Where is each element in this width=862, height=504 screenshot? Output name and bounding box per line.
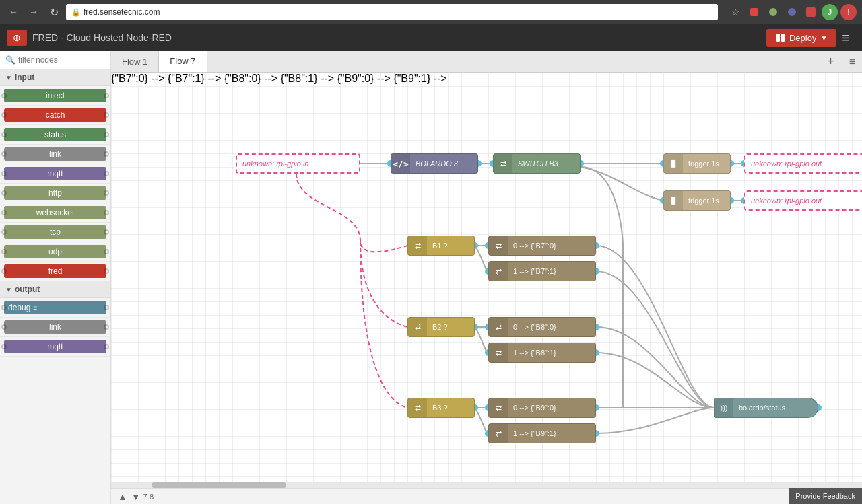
filter-nodes-input[interactable] — [18, 55, 111, 65]
zoom-level: 7.8 — [143, 493, 154, 501]
b2-0-icon: ⇄ — [489, 318, 508, 336]
zoom-out-button[interactable]: ▲ — [117, 491, 129, 502]
deploy-label: Deploy — [789, 33, 816, 43]
tab-flow1[interactable]: Flow 1 — [111, 51, 159, 72]
node-b3-0[interactable]: ⇄ 0 --> {"B9":0} — [488, 398, 596, 418]
node-rpi-gpio-out-2[interactable]: unknown: rpi-gpio out — [744, 190, 862, 211]
node-inject-label: inject — [4, 89, 106, 102]
node-handle-right — [104, 132, 109, 137]
reload-button[interactable]: ↻ — [46, 4, 62, 20]
node-catch[interactable]: catch — [0, 106, 110, 125]
url-text: fred.sensetecnic.com — [84, 7, 160, 17]
node-link-out[interactable]: link — [0, 318, 110, 337]
bolardo3-icon: </> — [391, 154, 410, 173]
node-b3-1-label: 1 --> {"B9":1} — [508, 429, 562, 437]
node-fred-in[interactable]: fred — [0, 262, 110, 281]
output-chevron-icon: ▼ — [5, 286, 12, 293]
star-button[interactable]: ☆ — [727, 4, 743, 20]
node-udp-in[interactable]: udp — [0, 242, 110, 262]
deploy-button[interactable]: Deploy ▼ — [766, 29, 836, 47]
tab-flow7[interactable]: Flow 7 — [159, 51, 207, 72]
node-inject[interactable]: inject — [0, 86, 110, 106]
node-b1-1[interactable]: ⇄ 1 --> {"B7":1} — [488, 261, 596, 281]
node-debug-label: debug ≡ — [4, 301, 106, 314]
node-switch-b3-label: SWITCH B3 — [512, 159, 564, 168]
node-handle-right — [104, 151, 109, 157]
node-tcp-in[interactable]: tcp — [0, 223, 110, 242]
canvas-panel: Flow 1 Flow 7 + ≡ — [111, 51, 862, 504]
back-button[interactable]: ← — [5, 4, 22, 20]
node-websocket-in-label: websocket — [4, 206, 106, 219]
switch-b3-icon: ⇄ — [494, 154, 512, 173]
node-b1-0[interactable]: ⇄ 0 --> {"B7":0} — [488, 236, 596, 256]
node-link-out-label: link — [4, 320, 106, 334]
node-mqtt-out[interactable]: mqtt — [0, 337, 110, 357]
tab-list-button[interactable]: ≡ — [842, 51, 862, 72]
sidebar-filter: 🔍 — [0, 51, 110, 69]
sidebar-section-output[interactable]: ▼ output — [0, 281, 110, 298]
bolardo-status-out-icon: ))) — [715, 398, 733, 417]
svg-rect-5 — [781, 34, 785, 42]
node-rpi-gpio-in[interactable]: unknown: rpi-gpio in — [236, 153, 360, 174]
node-handle-right — [104, 112, 109, 118]
b2-icon: ⇄ — [408, 318, 427, 336]
node-status-label: status — [4, 128, 106, 141]
connections-svg — [111, 73, 862, 504]
sidebar-section-input[interactable]: ▼ input — [0, 69, 110, 86]
node-websocket-in[interactable]: websocket — [0, 203, 110, 223]
horizontal-scrollbar[interactable] — [111, 482, 862, 488]
browser-icons: ☆ J ! — [727, 4, 857, 20]
hamburger-button[interactable]: ≡ — [836, 28, 855, 48]
node-switch-b3[interactable]: ⇄ SWITCH B3 — [493, 153, 581, 174]
node-handle-left — [1, 344, 7, 349]
node-link-in-label: link — [4, 147, 106, 161]
node-udp-in-label: udp — [4, 245, 106, 258]
node-rpi-gpio-out-1[interactable]: unknown: rpi-gpio out — [744, 153, 862, 174]
node-handle-left — [1, 249, 7, 254]
ext4-button[interactable] — [803, 4, 819, 20]
node-handle-left — [1, 210, 7, 215]
node-mqtt-in-label: mqtt — [4, 167, 106, 180]
node-link-in[interactable]: link — [0, 145, 110, 164]
node-handle-left — [1, 171, 7, 176]
node-b3-1[interactable]: ⇄ 1 --> {"B9":1} — [488, 423, 596, 443]
node-http-in[interactable]: http — [0, 184, 110, 203]
fred-logo-icon — [7, 30, 27, 46]
node-tcp-in-label: tcp — [4, 225, 106, 239]
main-layout: 🔍 ▼ input inject catch status link — [0, 51, 862, 504]
b1-1-icon: ⇄ — [489, 262, 508, 281]
node-bolardo3[interactable]: </> BOLARDO 3 — [391, 153, 478, 174]
input-chevron-icon: ▼ — [5, 74, 12, 81]
ext2-button[interactable] — [765, 4, 781, 20]
node-b2-label: B2 ? — [427, 323, 453, 331]
zoom-controls: ▲ ▼ 7.8 — [117, 491, 156, 502]
node-status[interactable]: status — [0, 125, 110, 145]
zoom-in-button[interactable]: ▼ — [130, 491, 142, 502]
node-bolardo-status-out[interactable]: ))) bolardo/status — [714, 398, 818, 418]
node-b1[interactable]: ⇄ B1 ? — [407, 236, 475, 256]
node-trigger-1s-1[interactable]: ▐▌ trigger 1s — [663, 153, 731, 174]
node-b2-0[interactable]: ⇄ 0 --> {"B8":0} — [488, 317, 596, 337]
node-handle-left — [1, 190, 7, 196]
scrollbar-thumb[interactable] — [152, 482, 286, 488]
forward-button[interactable]: → — [26, 4, 42, 20]
svg-rect-4 — [776, 34, 780, 42]
svg-point-2 — [788, 8, 796, 16]
output-section-label: output — [15, 285, 40, 294]
canvas-area[interactable]: unknown: rpi-gpio in </> BOLARDO 3 ⇄ SWI… — [111, 73, 862, 504]
input-section-label: input — [15, 73, 34, 82]
node-trigger-1s-2[interactable]: ▐▌ trigger 1s — [663, 190, 731, 211]
provide-feedback-button[interactable]: Provide Feedback — [789, 488, 862, 504]
node-mqtt-in[interactable]: mqtt — [0, 164, 110, 184]
node-debug[interactable]: debug ≡ — [0, 298, 110, 318]
node-handle-left — [1, 151, 7, 157]
node-handle-right — [104, 190, 109, 196]
add-tab-button[interactable]: + — [819, 51, 842, 72]
search-icon: 🔍 — [5, 55, 15, 65]
node-fred-in-label: fred — [4, 264, 106, 278]
node-b3[interactable]: ⇄ B3 ? — [407, 398, 475, 418]
node-b2-1[interactable]: ⇄ 1 --> {"B8":1} — [488, 343, 596, 363]
ext1-button[interactable] — [746, 4, 762, 20]
node-b2[interactable]: ⇄ B2 ? — [407, 317, 475, 337]
ext3-button[interactable] — [784, 4, 800, 20]
